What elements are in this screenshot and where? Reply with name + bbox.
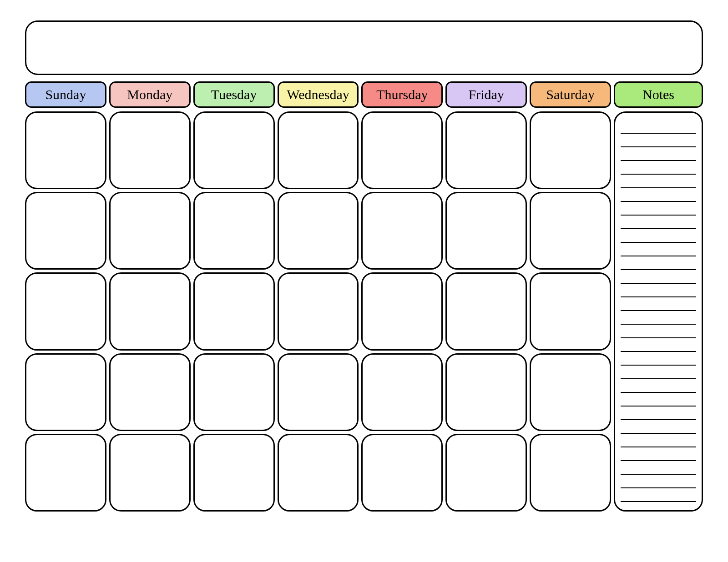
- weekday-header-wednesday: Wednesday: [278, 81, 359, 108]
- weekday-header-tuesday: Tuesday: [193, 81, 275, 108]
- notes-line[interactable]: [621, 338, 696, 352]
- calendar-day-cell[interactable]: [193, 434, 275, 512]
- calendar-grid: [25, 111, 611, 512]
- calendar-day-cell[interactable]: [25, 353, 106, 431]
- calendar-day-cell[interactable]: [25, 434, 106, 512]
- calendar-day-cell[interactable]: [445, 434, 527, 512]
- calendar-body: [25, 111, 703, 512]
- notes-line[interactable]: [621, 175, 696, 188]
- calendar-day-cell[interactable]: [445, 272, 527, 350]
- calendar-day-cell[interactable]: [361, 272, 443, 350]
- notes-line[interactable]: [621, 434, 696, 447]
- calendar-week-row: [25, 353, 611, 431]
- notes-line[interactable]: [621, 284, 696, 297]
- notes-line[interactable]: [621, 243, 696, 256]
- weekday-header-row: Sunday Monday Tuesday Wednesday Thursday…: [25, 81, 703, 108]
- calendar-day-cell[interactable]: [193, 353, 275, 431]
- calendar-day-cell[interactable]: [445, 192, 527, 270]
- calendar-day-cell[interactable]: [109, 192, 191, 270]
- calendar-day-cell[interactable]: [361, 111, 443, 189]
- weekday-header-thursday: Thursday: [361, 81, 443, 108]
- calendar-day-cell[interactable]: [278, 272, 359, 350]
- notes-line[interactable]: [621, 256, 696, 270]
- calendar-day-cell[interactable]: [25, 272, 106, 350]
- calendar-day-cell[interactable]: [278, 434, 359, 512]
- calendar-day-cell[interactable]: [530, 192, 611, 270]
- notes-line[interactable]: [621, 475, 696, 488]
- notes-line[interactable]: [621, 447, 696, 461]
- notes-line[interactable]: [621, 202, 696, 216]
- calendar-week-row: [25, 434, 611, 512]
- month-title-box[interactable]: [25, 20, 703, 75]
- calendar-day-cell[interactable]: [445, 111, 527, 189]
- calendar-day-cell[interactable]: [278, 192, 359, 270]
- notes-line[interactable]: [621, 366, 696, 379]
- notes-column[interactable]: [614, 111, 703, 512]
- notes-line[interactable]: [621, 161, 696, 175]
- notes-line[interactable]: [621, 120, 696, 134]
- notes-line[interactable]: [621, 297, 696, 311]
- weekday-header-monday: Monday: [109, 81, 191, 108]
- notes-line[interactable]: [621, 270, 696, 284]
- notes-line[interactable]: [621, 352, 696, 366]
- calendar-day-cell[interactable]: [361, 353, 443, 431]
- notes-line[interactable]: [621, 134, 696, 147]
- notes-line[interactable]: [621, 379, 696, 393]
- calendar-day-cell[interactable]: [109, 434, 191, 512]
- calendar-day-cell[interactable]: [25, 111, 106, 189]
- notes-header: Notes: [614, 81, 703, 108]
- notes-line[interactable]: [621, 393, 696, 406]
- calendar-day-cell[interactable]: [530, 272, 611, 350]
- calendar-week-row: [25, 192, 611, 270]
- calendar-day-cell[interactable]: [530, 434, 611, 512]
- notes-line[interactable]: [621, 216, 696, 229]
- weekday-header-saturday: Saturday: [530, 81, 611, 108]
- notes-line[interactable]: [621, 188, 696, 202]
- notes-line[interactable]: [621, 488, 696, 502]
- weekday-header-friday: Friday: [445, 81, 527, 108]
- calendar-template-page: Sunday Monday Tuesday Wednesday Thursday…: [0, 0, 728, 562]
- calendar-day-cell[interactable]: [193, 272, 275, 350]
- calendar-day-cell[interactable]: [109, 353, 191, 431]
- notes-line[interactable]: [621, 229, 696, 243]
- notes-line[interactable]: [621, 420, 696, 434]
- calendar-week-row: [25, 111, 611, 189]
- notes-line[interactable]: [621, 325, 696, 338]
- calendar-day-cell[interactable]: [109, 272, 191, 350]
- calendar-day-cell[interactable]: [25, 192, 106, 270]
- notes-line[interactable]: [621, 461, 696, 475]
- calendar-day-cell[interactable]: [530, 111, 611, 189]
- notes-line[interactable]: [621, 311, 696, 325]
- calendar-day-cell[interactable]: [361, 192, 443, 270]
- calendar-day-cell[interactable]: [445, 353, 527, 431]
- calendar-day-cell[interactable]: [193, 111, 275, 189]
- calendar-day-cell[interactable]: [109, 111, 191, 189]
- weekday-header-sunday: Sunday: [25, 81, 106, 108]
- notes-line[interactable]: [621, 406, 696, 420]
- notes-line[interactable]: [621, 147, 696, 161]
- calendar-day-cell[interactable]: [361, 434, 443, 512]
- calendar-week-row: [25, 272, 611, 350]
- calendar-day-cell[interactable]: [530, 353, 611, 431]
- calendar-day-cell[interactable]: [278, 353, 359, 431]
- calendar-day-cell[interactable]: [193, 192, 275, 270]
- calendar-day-cell[interactable]: [278, 111, 359, 189]
